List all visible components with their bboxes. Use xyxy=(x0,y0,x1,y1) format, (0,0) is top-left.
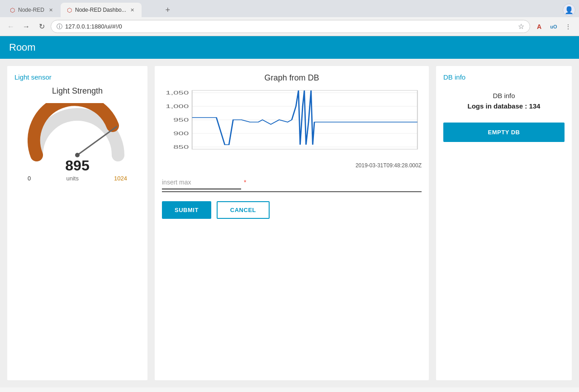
svg-text:1,000: 1,000 xyxy=(166,104,189,109)
gauge-max: 1024 xyxy=(114,175,127,182)
chart-svg: 1,050 1,000 950 900 850 xyxy=(162,88,422,161)
gauge-value: 895 xyxy=(65,157,89,174)
main-content: Light sensor Light Strength 895 0 units … xyxy=(0,59,579,387)
required-marker: * xyxy=(244,179,246,186)
graph-title: Graph from DB xyxy=(162,73,422,83)
svg-text:900: 900 xyxy=(173,131,189,136)
insert-max-input[interactable] xyxy=(162,176,241,189)
tab1-label: Node-RED xyxy=(18,7,44,13)
app-title: Room xyxy=(9,42,36,53)
tab2-close[interactable]: ✕ xyxy=(129,6,136,14)
light-sensor-title: Light sensor xyxy=(14,73,140,81)
tab1-close[interactable]: ✕ xyxy=(47,6,54,14)
tab1-favicon: ⬡ xyxy=(9,7,15,13)
profile-button[interactable]: 👤 xyxy=(563,4,575,16)
forward-button[interactable]: → xyxy=(20,20,33,33)
empty-db-button[interactable]: EMPTY DB xyxy=(443,123,565,142)
tab-node-red[interactable]: ⬡ Node-RED ✕ xyxy=(4,3,60,17)
light-sensor-panel: Light sensor Light Strength 895 0 units … xyxy=(7,66,147,380)
db-logs-count: Logs in database : 134 xyxy=(449,102,559,110)
secure-icon: ⓘ xyxy=(57,23,62,31)
gauge-svg xyxy=(28,103,127,162)
tab2-favicon: ⬡ xyxy=(66,7,72,13)
back-button[interactable]: ← xyxy=(5,20,17,33)
graph-panel: Graph from DB 1,050 1,000 950 900 850 xyxy=(155,66,429,380)
tab-node-red-dashboard[interactable]: ⬡ Node-RED Dashbo... ✕ xyxy=(61,3,142,17)
new-tab-button[interactable]: + xyxy=(161,4,174,16)
address-bar: ← → ↻ ⓘ 127.0.0.1:1880/ui/#!/0 ☆ A uO ⋮ xyxy=(0,17,579,36)
chart-timestamp: 2019-03-31T09:48:28.000Z xyxy=(162,162,422,169)
url-bar[interactable]: ⓘ 127.0.0.1:1880/ui/#!/0 ☆ xyxy=(51,20,530,33)
insert-max-form: * SUBMIT CANCEL xyxy=(162,176,422,219)
db-info-panel-title: DB info xyxy=(443,73,565,81)
svg-text:950: 950 xyxy=(173,117,189,123)
svg-point-1 xyxy=(75,153,80,157)
submit-button[interactable]: SUBMIT xyxy=(162,201,211,219)
gauge-container: 895 0 units 1024 xyxy=(14,103,140,182)
form-buttons: SUBMIT CANCEL xyxy=(162,201,422,219)
db-info-panel: DB info DB info Logs in database : 134 E… xyxy=(436,66,572,380)
browser-actions: A uO ⋮ xyxy=(533,20,574,33)
app-header: Room xyxy=(0,36,579,59)
gauge-labels: 0 units 1024 xyxy=(28,175,127,182)
db-info-title: DB info xyxy=(449,92,559,99)
bookmark-icon[interactable]: ☆ xyxy=(518,22,524,31)
chart-area: 1,050 1,000 950 900 850 xyxy=(162,88,422,161)
extension2-button[interactable]: uO xyxy=(547,20,560,33)
svg-text:850: 850 xyxy=(173,144,189,150)
browser-chrome: ⬡ Node-RED ✕ ⬡ Node-RED Dashbo... ✕ + 👤 … xyxy=(0,0,579,36)
gauge-title: Light Strength xyxy=(14,86,140,96)
profile-icon: 👤 xyxy=(565,6,574,14)
db-info-box: DB info Logs in database : 134 xyxy=(443,86,565,115)
cancel-button[interactable]: CANCEL xyxy=(217,201,270,219)
url-text: 127.0.0.1:1880/ui/#!/0 xyxy=(65,23,515,30)
reload-button[interactable]: ↻ xyxy=(35,20,48,33)
tab-bar: ⬡ Node-RED ✕ ⬡ Node-RED Dashbo... ✕ + 👤 xyxy=(0,0,579,17)
tab-empty xyxy=(142,3,161,17)
tab2-label: Node-RED Dashbo... xyxy=(75,7,126,13)
gauge-unit: units xyxy=(31,175,114,182)
gauge-min: 0 xyxy=(28,175,31,182)
extension1-button[interactable]: A xyxy=(533,20,546,33)
chrome-menu-button[interactable]: ⋮ xyxy=(562,20,574,33)
svg-text:1,050: 1,050 xyxy=(166,90,189,95)
